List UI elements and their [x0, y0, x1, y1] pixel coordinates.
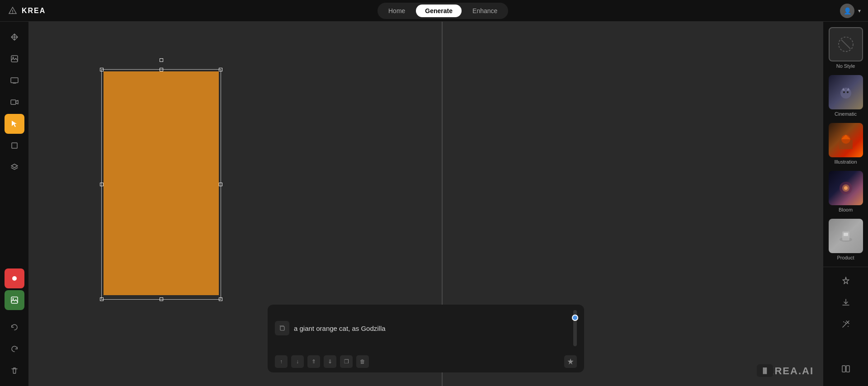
svg-rect-29 — [842, 366, 845, 372]
style-label-product: Product — [837, 255, 854, 260]
panel-layout-button[interactable] — [836, 359, 856, 379]
app-logo-text: KREA — [22, 7, 46, 15]
prompt-strength-slider[interactable] — [573, 310, 577, 346]
user-avatar[interactable]: 👤 — [840, 4, 854, 18]
svg-point-10 — [12, 276, 17, 281]
prompt-arrow-down-fast[interactable]: ⇓ — [324, 355, 336, 368]
tool-move[interactable] — [5, 27, 24, 47]
prompt-arrow-down[interactable]: ↓ — [291, 355, 304, 368]
tool-img2img[interactable] — [5, 49, 24, 69]
tool-screen[interactable] — [5, 71, 24, 90]
watermark: KREA.AI — [767, 365, 814, 377]
handle-bottom-left[interactable] — [100, 297, 104, 301]
rotate-handle[interactable] — [160, 58, 163, 62]
handle-mid-left[interactable] — [100, 183, 104, 186]
right-util-section — [823, 267, 868, 338]
krea-logo-icon — [7, 5, 18, 16]
main-content: KREA.AI ▐▌ a giant orange cat, as Godzil… — [0, 22, 868, 386]
prompt-duplicate[interactable]: ❐ — [340, 355, 353, 368]
svg-rect-30 — [846, 366, 849, 372]
tool-record[interactable] — [5, 268, 24, 288]
prompt-actions-row: ↑ ↓ ⇑ ⇓ ❐ 🗑 — [268, 352, 584, 372]
style-label-bloom: Bloom — [839, 207, 853, 212]
svg-rect-5 — [11, 78, 18, 83]
tool-select[interactable] — [5, 114, 24, 134]
style-thumb-cinematic — [829, 75, 863, 109]
prompt-text[interactable]: a giant orange cat, as Godzilla — [294, 325, 569, 332]
right-sidebar: No Style Cinematic — [823, 22, 868, 386]
svg-rect-8 — [11, 100, 16, 104]
topnav-tabs: Home Generate Enhance — [377, 3, 508, 19]
svg-point-17 — [843, 91, 845, 93]
topnav-right: 👤 ▾ — [840, 4, 861, 18]
panel-toggle-button[interactable]: ▐▌ — [757, 364, 773, 377]
svg-point-28 — [848, 326, 849, 327]
svg-line-15 — [841, 40, 850, 49]
handle-bottom-center[interactable] — [160, 297, 163, 301]
style-label-no-style: No Style — [836, 63, 855, 69]
prompt-slider-thumb — [572, 315, 578, 321]
enhance-button[interactable] — [836, 271, 856, 291]
topnav: KREA Home Generate Enhance 👤 ▾ — [0, 0, 868, 22]
prompt-magic-button[interactable] — [564, 355, 577, 368]
download-button[interactable] — [836, 292, 856, 312]
tab-enhance[interactable]: Enhance — [463, 5, 506, 17]
svg-point-23 — [844, 186, 848, 190]
prompt-arrow-up-fast[interactable]: ⇑ — [307, 355, 320, 368]
prompt-copy-button[interactable] — [275, 321, 289, 335]
left-sidebar — [0, 22, 29, 386]
style-cinematic[interactable]: Cinematic — [827, 73, 865, 118]
handle-bottom-right[interactable] — [219, 297, 222, 301]
handle-top-center[interactable] — [160, 68, 163, 71]
chevron-down-icon[interactable]: ▾ — [858, 8, 861, 14]
handle-top-right[interactable] — [219, 68, 222, 71]
style-label-illustration: Illustration — [834, 159, 857, 165]
svg-point-12 — [12, 298, 14, 300]
tool-redo[interactable] — [5, 339, 24, 359]
prompt-bar: a giant orange cat, as Godzilla ↑ ↓ ⇑ ⇓ … — [268, 305, 584, 372]
prompt-input-row: a giant orange cat, as Godzilla — [268, 305, 584, 352]
canvas-orange-rect[interactable] — [104, 71, 219, 295]
svg-point-27 — [843, 321, 844, 322]
tool-video[interactable] — [5, 92, 24, 112]
style-thumb-bloom — [829, 171, 863, 205]
handle-mid-right[interactable] — [219, 183, 222, 186]
svg-point-18 — [847, 91, 849, 93]
style-illustration[interactable]: Illustration — [827, 121, 865, 166]
prompt-delete[interactable]: 🗑 — [356, 355, 369, 368]
prompt-arrow-up[interactable]: ↑ — [275, 355, 288, 368]
topnav-left: KREA — [7, 5, 46, 16]
style-thumb-no-style — [829, 27, 863, 61]
style-bloom[interactable]: Bloom — [827, 169, 865, 214]
tool-layers[interactable] — [5, 157, 24, 177]
tool-images[interactable] — [5, 290, 24, 310]
svg-rect-13 — [280, 326, 284, 330]
tab-generate[interactable]: Generate — [416, 5, 462, 17]
tool-delete[interactable] — [5, 361, 24, 381]
svg-point-4 — [12, 57, 14, 58]
style-thumb-illustration — [829, 123, 863, 157]
prompt-slider-col — [573, 310, 577, 346]
style-no-style[interactable]: No Style — [827, 25, 865, 71]
style-thumb-product — [829, 219, 863, 253]
svg-point-2 — [12, 13, 13, 14]
svg-point-16 — [840, 88, 851, 99]
handle-top-left[interactable] — [100, 68, 104, 71]
tool-undo[interactable] — [5, 317, 24, 337]
style-label-cinematic: Cinematic — [835, 111, 857, 117]
svg-rect-26 — [844, 233, 848, 236]
svg-rect-9 — [12, 143, 17, 148]
tool-square[interactable] — [5, 136, 24, 155]
style-product[interactable]: Product — [827, 217, 865, 262]
magic-wand-button[interactable] — [836, 314, 856, 334]
tab-home[interactable]: Home — [379, 5, 414, 17]
canvas-area[interactable]: KREA.AI ▐▌ a giant orange cat, as Godzil… — [29, 22, 823, 386]
